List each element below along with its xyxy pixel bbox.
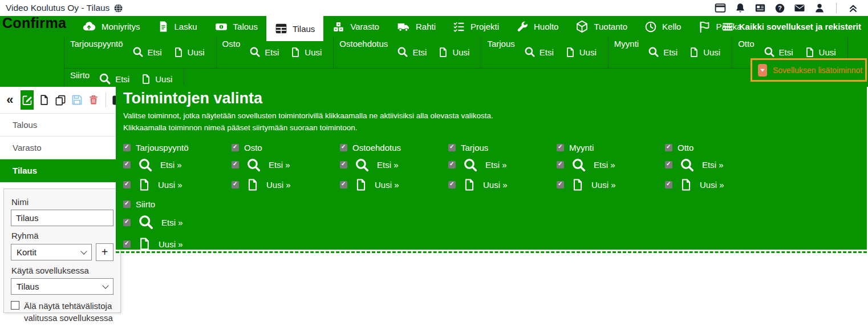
uusi-button[interactable]: Uusi [173,47,205,58]
column-header[interactable]: Otto [678,143,693,153]
main-nav: Moniyritys Lasku Talous Tilaus Varasto R… [73,16,750,37]
document-icon [805,47,815,58]
uusi-button[interactable]: Uusi [141,74,172,85]
list-item-tilaus[interactable]: Tilaus [0,159,124,182]
etsi-button[interactable]: Etsi [524,46,554,58]
checkbox[interactable] [232,144,239,151]
etsi-link[interactable]: Etsi » [665,155,773,175]
uusi-link[interactable]: Uusi » [448,175,557,195]
window-icon[interactable] [715,2,726,14]
checkbox[interactable] [340,161,347,168]
uusi-button[interactable]: Uusi [438,47,469,58]
ryhma-select[interactable]: Kortit [11,244,92,260]
checkbox[interactable] [557,144,564,151]
checkbox[interactable] [448,181,456,188]
checkbox[interactable] [123,144,131,151]
uusi-link[interactable]: Uusi » [232,175,340,195]
collapse-up-icon[interactable] [847,2,859,14]
etsi-button[interactable]: Etsi [648,46,678,58]
nav-item-lasku[interactable]: Lasku [149,16,206,37]
column-header[interactable]: Osto [244,143,262,153]
etsi-label: Etsi » [269,160,290,170]
uusi-button[interactable]: Uusi [689,47,720,58]
list-item-label: Talous [13,120,37,130]
column-header[interactable]: Tarjouspyyntö [136,143,189,153]
checkbox[interactable] [665,161,672,168]
nav-item-tilaus[interactable]: Tilaus [266,16,323,41]
checkbox[interactable] [123,161,131,168]
collapse-left-icon[interactable]: « [5,91,15,109]
checkbox[interactable] [232,181,239,188]
etsi-link[interactable]: Etsi » [340,155,448,175]
user-icon[interactable] [814,2,825,14]
checkbox[interactable] [232,161,239,168]
column-header[interactable]: Siirto [136,199,155,209]
etsi-link[interactable]: Etsi » [232,155,340,175]
checkbox[interactable] [340,144,347,151]
nav-item-moniyritys[interactable]: Moniyritys [73,16,149,37]
nav-item-projekti[interactable]: Projekti [444,16,508,37]
app-logo[interactable]: Confirma [2,15,66,31]
etsi-button[interactable]: Etsi [99,73,129,85]
checkbox[interactable] [557,181,564,188]
uusi-link[interactable]: Uusi » [665,175,773,195]
etsi-link[interactable]: Etsi » [123,211,867,233]
ribbon-group-tarjouspyynto: Tarjouspyyntö Etsi Uusi [64,37,216,69]
copy-icon[interactable] [55,91,66,109]
uusi-button[interactable]: Uusi [805,47,836,58]
uusi-button[interactable]: Uusi [290,47,322,58]
add-group-button[interactable]: + [96,243,113,261]
etsi-button[interactable]: Etsi [397,46,427,58]
uusi-button[interactable]: Uusi [565,47,597,58]
checkbox[interactable] [123,200,131,208]
column-header[interactable]: Tarjous [461,143,488,153]
nav-item-huolto[interactable]: Huolto [508,16,567,37]
uusi-link[interactable]: Uusi » [340,175,448,195]
checkbox[interactable] [665,144,672,151]
nimi-label: Nimi [11,197,113,207]
nav-item-label: Tuotanto [594,22,627,31]
column-header[interactable]: Ostoehdotus [352,143,401,153]
nav-item-varasto[interactable]: Varasto [323,16,388,37]
nav-item-kello[interactable]: Kello [636,16,689,37]
cubes-icon [332,21,345,33]
checkbox[interactable] [123,181,131,188]
new-document-icon[interactable] [39,91,50,109]
nav-item-rahti[interactable]: Rahti [388,16,444,37]
mail-icon[interactable] [794,2,805,14]
etsi-link[interactable]: Etsi » [448,155,557,175]
nimi-field[interactable] [11,210,113,226]
uusi-link[interactable]: Uusi » [557,175,665,195]
checkbox[interactable] [448,161,456,168]
checkbox[interactable] [123,240,131,248]
etsi-button[interactable]: Etsi [249,46,279,58]
checkbox[interactable] [123,219,131,226]
edit-icon[interactable] [21,90,34,110]
checkbox[interactable] [557,161,564,168]
column-header[interactable]: Myynti [569,143,594,153]
checkbox[interactable] [665,181,672,188]
checkbox[interactable] [11,301,19,310]
all-apps-button[interactable]: Kaikki sovellukset ja rekisterit [721,16,861,37]
kayta-select[interactable]: Tilaus [11,278,113,295]
save-icon[interactable] [71,91,83,109]
nav-item-tuotanto[interactable]: Tuotanto [567,16,636,37]
nav-item-talous[interactable]: Talous [206,16,266,37]
bell-icon[interactable] [735,2,746,14]
checkbox[interactable] [448,144,456,151]
list-item-varasto[interactable]: Varasto [0,137,124,159]
uusi-link[interactable]: Uusi » [123,175,232,195]
etsi-link[interactable]: Etsi » [123,155,232,175]
list-item-talous[interactable]: Talous [0,114,124,137]
uusi-link[interactable]: Uusi » [123,233,867,250]
etsi-link[interactable]: Etsi » [557,155,665,175]
app-extra-functions-button[interactable]: Sovelluksen lisätoiminnot [751,58,867,82]
etsi-button[interactable]: Etsi [132,46,162,58]
help-icon[interactable] [774,3,785,14]
checkbox[interactable] [340,181,347,188]
news-icon[interactable] [755,2,766,14]
chevron-down-icon [102,282,108,288]
delete-icon[interactable] [88,91,99,109]
etsi-button[interactable]: Etsi [764,46,793,58]
function-column-tarjous: Tarjous Etsi » Uusi » [448,140,557,195]
